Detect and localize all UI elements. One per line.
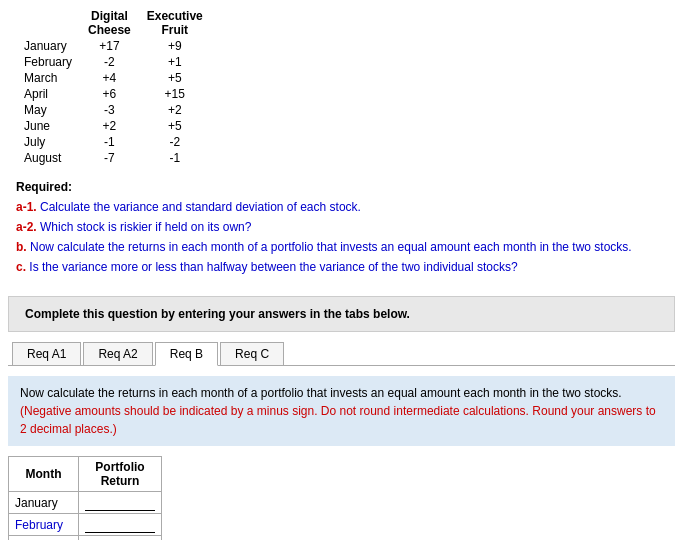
portfolio-month-cell: January [9,492,79,514]
portfolio-row: January [9,492,162,514]
portfolio-return-input[interactable] [85,494,155,511]
portfolio-return-cell[interactable] [79,514,162,536]
executive-cell: +1 [139,54,211,70]
complete-box: Complete this question by entering your … [8,296,675,332]
req-b: b. Now calculate the returns in each mon… [16,238,667,256]
portfolio-return-cell[interactable] [79,536,162,541]
executive-cell: +5 [139,118,211,134]
complete-box-text: Complete this question by entering your … [25,307,410,321]
month-cell: May [16,102,80,118]
required-label: Required: [16,180,72,194]
table-row: August -7 -1 [16,150,211,166]
executive-cell: +5 [139,70,211,86]
digital-cheese-header: DigitalCheese [80,8,139,38]
instruction-box: Now calculate the returns in each month … [8,376,675,446]
executive-cell: +9 [139,38,211,54]
digital-cell: -1 [80,134,139,150]
table-row: July -1 -2 [16,134,211,150]
portfolio-month-header: Month [9,457,79,492]
month-cell: July [16,134,80,150]
req-c: c. Is the variance more or less than hal… [16,258,667,276]
tab-req-b[interactable]: Req B [155,342,218,366]
required-section: Required: a-1. Calculate the variance an… [16,178,667,276]
month-cell: August [16,150,80,166]
digital-cell: -7 [80,150,139,166]
executive-cell: -2 [139,134,211,150]
portfolio-return-header: PortfolioReturn [79,457,162,492]
month-cell: June [16,118,80,134]
portfolio-return-cell[interactable] [79,492,162,514]
table-row: April +6 +15 [16,86,211,102]
table-row: February -2 +1 [16,54,211,70]
table-row: June +2 +5 [16,118,211,134]
executive-cell: +15 [139,86,211,102]
digital-cell: -2 [80,54,139,70]
instruction-red: (Negative amounts should be indicated by… [20,404,656,436]
digital-cell: +6 [80,86,139,102]
portfolio-month-cell: February [9,514,79,536]
empty-header [16,8,80,38]
tabs-row: Req A1 Req A2 Req B Req C [8,342,675,366]
digital-cell: +17 [80,38,139,54]
req-a1: a-1. Calculate the variance and standard… [16,198,667,216]
month-cell: March [16,70,80,86]
tab-req-c[interactable]: Req C [220,342,284,365]
req-a2: a-2. Which stock is riskier if held on i… [16,218,667,236]
month-cell: January [16,38,80,54]
digital-cell: -3 [80,102,139,118]
portfolio-return-input[interactable] [85,516,155,533]
month-cell: April [16,86,80,102]
month-cell: February [16,54,80,70]
executive-fruit-header: ExecutiveFruit [139,8,211,38]
tab-req-a1[interactable]: Req A1 [12,342,81,365]
portfolio-row: February [9,514,162,536]
table-row: January +17 +9 [16,38,211,54]
portfolio-month-cell: March [9,536,79,541]
portfolio-table: Month PortfolioReturn January February M… [8,456,162,540]
returns-table: DigitalCheese ExecutiveFruit January +17… [16,8,211,166]
executive-cell: +2 [139,102,211,118]
executive-cell: -1 [139,150,211,166]
portfolio-row: March [9,536,162,541]
digital-cell: +2 [80,118,139,134]
table-row: March +4 +5 [16,70,211,86]
digital-cell: +4 [80,70,139,86]
table-row: May -3 +2 [16,102,211,118]
tab-req-a2[interactable]: Req A2 [83,342,152,365]
